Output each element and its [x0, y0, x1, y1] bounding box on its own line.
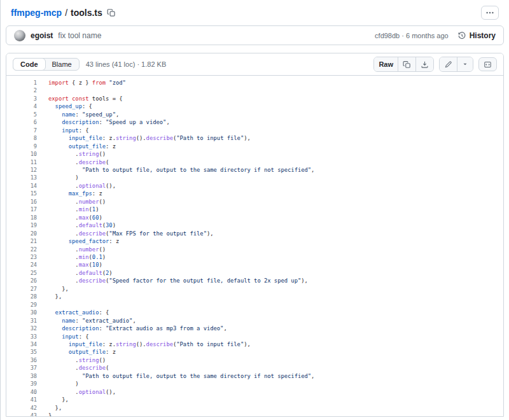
code-line: 19 .default(30): [6, 221, 503, 229]
line-number[interactable]: 42: [6, 404, 37, 412]
raw-button[interactable]: Raw: [374, 57, 398, 71]
code-line: 4 speed_up: {: [6, 102, 503, 110]
file-toolbar: Code Blame 43 lines (41 loc) · 1.82 KB R…: [6, 53, 503, 76]
history-link[interactable]: History: [457, 31, 496, 40]
code-line: 33 input: {: [6, 333, 503, 340]
line-number[interactable]: 10: [6, 150, 37, 158]
line-number[interactable]: 7: [6, 127, 37, 134]
line-number[interactable]: 17: [6, 206, 37, 213]
download-raw-button[interactable]: [415, 57, 433, 71]
line-number[interactable]: 43: [6, 412, 37, 417]
copy-path-button[interactable]: [107, 8, 116, 17]
tab-blame[interactable]: Blame: [45, 59, 79, 70]
line-number[interactable]: 16: [6, 198, 37, 206]
code-line-content: .describe("Max FPS for the output file")…: [37, 230, 214, 237]
line-number[interactable]: 14: [6, 182, 37, 190]
code-line-content: .min(0.1): [37, 253, 106, 261]
tab-code[interactable]: Code: [13, 58, 46, 71]
breadcrumb-repo-link[interactable]: ffmpeg-mcp: [11, 8, 62, 18]
line-number[interactable]: 41: [6, 396, 37, 403]
line-number[interactable]: 9: [6, 143, 37, 150]
code-line-content: ): [37, 174, 79, 181]
line-number[interactable]: 13: [6, 174, 37, 181]
line-number[interactable]: 18: [6, 214, 37, 221]
history-clock-icon: [457, 31, 466, 40]
line-number[interactable]: 26: [6, 277, 37, 284]
code-line: 6 description: "Speed up a video",: [6, 118, 503, 126]
file-content-box: Code Blame 43 lines (41 loc) · 1.82 KB R…: [6, 53, 504, 417]
line-number[interactable]: 39: [6, 380, 37, 388]
file-meta-text: 43 lines (41 loc) · 1.82 KB: [86, 60, 167, 68]
code-line: 29: [6, 301, 503, 309]
line-number[interactable]: 22: [6, 246, 37, 253]
code-line: 24 .max(10): [6, 261, 503, 269]
copy-icon: [107, 8, 116, 17]
code-line: 26 .describe("Speed factor for the outpu…: [6, 277, 503, 284]
line-number[interactable]: 38: [6, 372, 37, 380]
code-line: 15 max_fps: z: [6, 190, 503, 197]
line-number[interactable]: 5: [6, 111, 37, 118]
more-options-button[interactable]: [481, 6, 499, 20]
line-number[interactable]: 11: [6, 158, 37, 166]
code-line: 3export const tools = {: [6, 95, 503, 102]
line-number[interactable]: 30: [6, 309, 37, 316]
code-line-content: export const tools = {: [37, 95, 123, 102]
line-number[interactable]: 4: [6, 102, 37, 110]
code-line-content: name: "extract_audio",: [37, 317, 136, 325]
line-number[interactable]: 19: [6, 221, 37, 229]
line-number[interactable]: 29: [6, 301, 37, 309]
line-number[interactable]: 2: [6, 87, 37, 94]
code-line-content: .default(2): [37, 269, 113, 277]
chevron-down-icon: [462, 61, 468, 67]
line-number[interactable]: 15: [6, 190, 37, 197]
line-number[interactable]: 33: [6, 333, 37, 340]
line-number[interactable]: 36: [6, 356, 37, 364]
copy-raw-button[interactable]: [398, 57, 415, 71]
line-number[interactable]: 35: [6, 348, 37, 356]
code-line-content: }: [37, 412, 52, 417]
code-line-content: .default(30): [37, 221, 116, 229]
line-number[interactable]: 20: [6, 230, 37, 237]
commit-message-link[interactable]: fix tool name: [58, 31, 101, 40]
line-number[interactable]: 24: [6, 261, 37, 269]
commit-author-link[interactable]: egoist: [31, 31, 53, 40]
line-number[interactable]: 23: [6, 253, 37, 261]
avatar[interactable]: [14, 30, 25, 41]
code-line: 8 input_file: z.string().describe("Path …: [6, 134, 503, 142]
line-number[interactable]: 28: [6, 293, 37, 300]
code-line: 9 output_file: z: [6, 143, 503, 150]
line-number[interactable]: 27: [6, 285, 37, 293]
code-line-content: output_file: z: [37, 348, 116, 356]
symbols-panel-button[interactable]: [478, 57, 497, 71]
line-number[interactable]: 12: [6, 166, 37, 174]
code-line-content: },: [37, 396, 69, 403]
latest-commit-bar: egoist fix tool name cfd98db · 6 months …: [6, 25, 504, 45]
line-number[interactable]: 1: [6, 79, 37, 87]
line-number[interactable]: 34: [6, 340, 37, 348]
code-line: 35 output_file: z: [6, 348, 503, 356]
code-line-content: description: "Extract audio as mp3 from …: [37, 325, 227, 332]
line-number[interactable]: 25: [6, 269, 37, 277]
line-number[interactable]: 31: [6, 317, 37, 325]
line-number[interactable]: 37: [6, 364, 37, 372]
line-number[interactable]: 32: [6, 325, 37, 332]
line-number[interactable]: 21: [6, 237, 37, 245]
code-line: 23 .min(0.1): [6, 253, 503, 261]
code-line: 30 extract_audio: {: [6, 309, 503, 316]
code-line: 28 },: [6, 293, 503, 300]
code-symbols-icon: [484, 60, 492, 69]
raw-copy-download-group: Raw: [373, 57, 434, 72]
code-line: 13 ): [6, 174, 503, 181]
code-line: 42 },: [6, 404, 503, 412]
line-number[interactable]: 6: [6, 118, 37, 126]
code-line: 22 .number(): [6, 246, 503, 253]
line-number[interactable]: 8: [6, 134, 37, 142]
code-line: 11 .describe(: [6, 158, 503, 166]
edit-file-button[interactable]: [440, 57, 457, 71]
code-line-content: .string(): [37, 356, 106, 364]
edit-dropdown-button[interactable]: [457, 57, 473, 71]
code-body: 1import { z } from "zod"2 3export const …: [6, 79, 503, 417]
line-number[interactable]: 3: [6, 95, 37, 102]
code-line-content: description: "Speed up a video",: [37, 118, 170, 126]
line-number[interactable]: 40: [6, 388, 37, 396]
